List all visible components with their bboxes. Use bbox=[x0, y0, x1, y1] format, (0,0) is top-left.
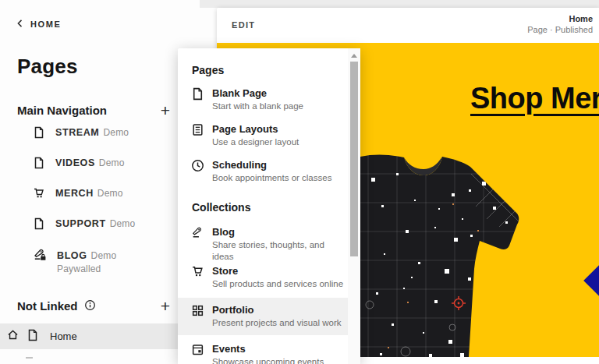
breadcrumb-label: HOME bbox=[30, 19, 61, 29]
window-backdrop bbox=[200, 0, 599, 8]
sidebar-item-stream[interactable]: STREAMDemo bbox=[33, 126, 189, 142]
menu-item-scheduling[interactable]: SchedulingBook appointments or classes bbox=[178, 153, 348, 190]
page-meta: Home Page · Published bbox=[527, 14, 593, 34]
menu-item-title: Blank Page bbox=[212, 87, 303, 100]
pen-icon bbox=[191, 226, 204, 242]
item-label: SUPPORT bbox=[55, 218, 106, 229]
item-badge: Demo bbox=[91, 250, 117, 261]
menu-item-subtitle: Use a designer layout bbox=[212, 136, 299, 148]
item-badge: Demo bbox=[99, 157, 125, 168]
add-page-panel: Pages Blank PageStart with a blank page … bbox=[178, 48, 360, 364]
grid-icon bbox=[191, 304, 204, 320]
info-icon[interactable] bbox=[84, 299, 96, 313]
item-label: STREAM bbox=[55, 127, 99, 138]
menu-item-subtitle: Start with a blank page bbox=[212, 101, 303, 112]
item-badge: Demo bbox=[103, 127, 129, 138]
page-icon bbox=[27, 329, 39, 345]
scroll-up-arrow-icon[interactable] bbox=[351, 54, 357, 58]
menu-item-blank-page[interactable]: Blank PageStart with a blank page bbox=[178, 81, 348, 118]
clock-icon bbox=[191, 159, 204, 175]
item-label: Home bbox=[50, 330, 77, 342]
page-title: Pages bbox=[17, 55, 78, 79]
menu-item-title: Blog bbox=[212, 226, 348, 239]
add-page-panel-content: Pages Blank PageStart with a blank page … bbox=[178, 48, 348, 364]
item-badge: Demo bbox=[97, 188, 123, 199]
blank-page-icon bbox=[191, 87, 204, 104]
scrollbar-thumb[interactable] bbox=[350, 62, 358, 256]
page-layouts-icon bbox=[191, 123, 204, 140]
chevron-left-icon bbox=[16, 19, 25, 30]
app-window: HOME Pages Main Navigation + STREAMDemo … bbox=[0, 0, 599, 364]
menu-item-subtitle: Showcase upcoming events bbox=[212, 356, 324, 364]
menu-item-subtitle: Book appointments or classes bbox=[212, 172, 331, 184]
main-navigation-header: Main Navigation + bbox=[17, 102, 170, 118]
menu-item-title: Page Layouts bbox=[212, 123, 299, 136]
page-icon bbox=[33, 217, 45, 233]
add-not-linked-page-button[interactable]: + bbox=[161, 298, 170, 314]
not-linked-label: Not Linked bbox=[17, 299, 78, 313]
item-badge: Demo bbox=[110, 218, 136, 229]
menu-item-events[interactable]: EventsShowcase upcoming events bbox=[178, 337, 348, 364]
menu-item-store[interactable]: StoreSell products and services online bbox=[178, 259, 348, 296]
next-row-partial bbox=[26, 357, 33, 359]
calendar-icon bbox=[191, 343, 204, 359]
item-label: MERCH bbox=[55, 188, 94, 199]
panel-pages-header: Pages bbox=[192, 64, 224, 76]
menu-item-title: Portfolio bbox=[212, 304, 342, 316]
add-main-nav-page-button[interactable]: + bbox=[161, 102, 170, 118]
home-icon bbox=[7, 329, 19, 344]
main-navigation-list: STREAMDemo VIDEOSDemo MERCHDemo SUPPORTD… bbox=[33, 126, 189, 290]
cart-icon bbox=[33, 187, 45, 203]
menu-item-subtitle: Sell products and services online bbox=[212, 278, 343, 290]
menu-item-title: Events bbox=[212, 343, 324, 355]
page-status: Page · Published bbox=[527, 25, 593, 34]
cart-icon bbox=[191, 265, 204, 281]
menu-item-portfolio[interactable]: PortfolioPresent projects and visual wor… bbox=[178, 298, 348, 335]
page-name: Home bbox=[527, 14, 593, 23]
item-label: BLOG bbox=[57, 250, 87, 261]
menu-item-title: Store bbox=[212, 265, 343, 277]
item-label: VIDEOS bbox=[55, 157, 95, 168]
sidebar-item-videos[interactable]: VIDEOSDemo bbox=[33, 157, 189, 172]
sidebar-item-merch[interactable]: MERCHDemo bbox=[33, 187, 189, 203]
item-sublabel: Paywalled bbox=[57, 263, 116, 275]
page-icon bbox=[33, 157, 45, 172]
blog-lock-icon bbox=[33, 248, 47, 265]
not-linked-header: Not Linked + bbox=[17, 298, 170, 314]
breadcrumb-home[interactable]: HOME bbox=[16, 19, 61, 30]
menu-item-title: Scheduling bbox=[212, 159, 331, 171]
menu-item-page-layouts[interactable]: Page LayoutsUse a designer layout bbox=[178, 117, 348, 154]
menu-item-subtitle: Present projects and visual work bbox=[212, 317, 342, 329]
preview-header: EDIT Home Page · Published bbox=[217, 8, 599, 43]
tshirt-product-image bbox=[360, 43, 599, 357]
page-icon bbox=[33, 126, 45, 142]
sidebar-item-blog[interactable]: BLOGDemo Paywalled bbox=[33, 248, 189, 275]
panel-scrollbar[interactable] bbox=[348, 48, 360, 364]
panel-collections-header: Collections bbox=[192, 201, 250, 214]
sidebar-item-support[interactable]: SUPPORTDemo bbox=[33, 217, 189, 233]
edit-button[interactable]: EDIT bbox=[232, 20, 255, 30]
main-navigation-label: Main Navigation bbox=[17, 104, 107, 117]
